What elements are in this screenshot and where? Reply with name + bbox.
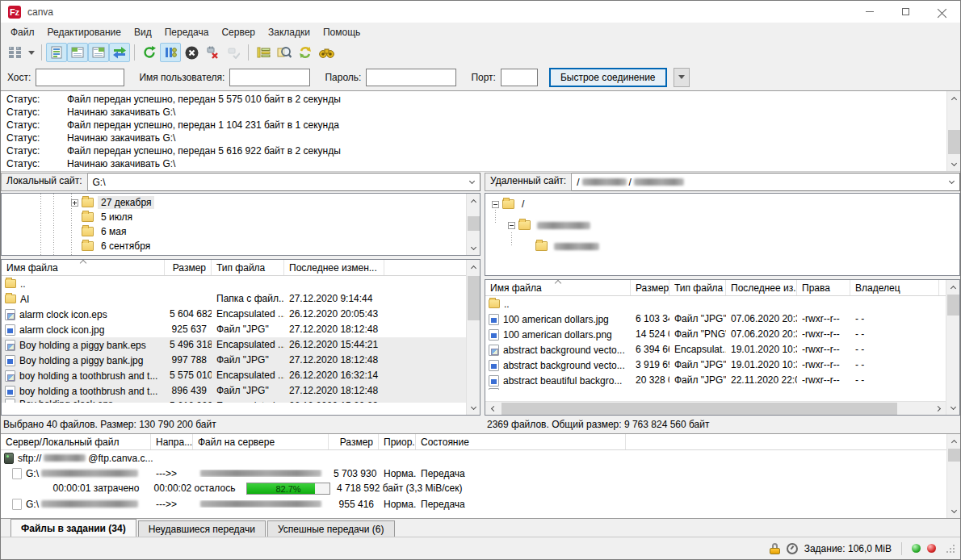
scrollbar-thumb[interactable] xyxy=(948,130,960,154)
site-manager-dropdown[interactable] xyxy=(25,43,37,62)
find-button[interactable] xyxy=(316,43,337,62)
scroll-down-button[interactable] xyxy=(467,241,480,255)
minimize-button[interactable] xyxy=(851,1,888,23)
queue-column-header[interactable]: Состояние xyxy=(416,434,626,449)
refresh-button[interactable] xyxy=(139,43,160,62)
queue-file-row[interactable]: G:\ --->> 955 416 Норма... Передача xyxy=(1,496,960,512)
file-row[interactable]: alarm clock icon.eps 5 604 682 Encapsula… xyxy=(2,307,480,322)
file-row[interactable]: abstract fluid pattern 001.jpg 16 264 32… xyxy=(485,388,959,390)
file-row[interactable]: abstract background vecto... 3 919 695 Ф… xyxy=(485,357,959,373)
column-header[interactable]: Тип файла xyxy=(669,280,726,295)
resize-grip[interactable] xyxy=(946,544,955,554)
scroll-down-button[interactable] xyxy=(947,157,960,171)
queue-file-row[interactable]: G:\ --->> 5 703 930 Норма... Передача xyxy=(1,466,960,481)
queue-tab[interactable]: Файлы в задании (34) xyxy=(10,519,136,537)
local-tree-item[interactable]: 5 июля xyxy=(2,210,480,224)
host-input[interactable] xyxy=(36,69,124,86)
remote-site-combo[interactable]: // xyxy=(572,173,960,191)
queue-server-row[interactable]: sftp://@ftp.canva.c... xyxy=(1,450,960,466)
menu-item[interactable]: Файл xyxy=(4,24,41,40)
remote-tree-item[interactable]: / xyxy=(485,197,959,211)
file-row[interactable]: boy holding a toothbrush and t... 896 43… xyxy=(2,383,480,399)
menu-item[interactable]: Закладки xyxy=(262,24,317,40)
queue-tab[interactable]: Неудавшиеся передачи xyxy=(138,520,266,537)
file-row[interactable]: 100 american dollars.jpg 6 103 346 Файл … xyxy=(485,311,959,327)
filter-button[interactable] xyxy=(253,43,274,62)
port-input[interactable] xyxy=(501,69,538,86)
file-row[interactable]: abstract background vecto... 6 394 662 E… xyxy=(485,342,959,357)
scroll-up-button[interactable] xyxy=(947,91,960,105)
process-queue-button[interactable] xyxy=(160,43,181,62)
column-header[interactable]: Тип файла xyxy=(212,260,284,275)
queue-column-header[interactable]: Файл на сервере xyxy=(193,434,329,449)
column-header[interactable]: Последнее измен... xyxy=(284,260,384,275)
scroll-down-button[interactable] xyxy=(946,401,960,415)
remote-list-hscrollbar[interactable] xyxy=(485,401,946,415)
file-row[interactable]: boy holding a toothbrush and t... 5 575 … xyxy=(2,368,480,383)
file-row[interactable]: Boy holding a piggy bank.jpg 997 788 Фай… xyxy=(2,353,480,368)
scroll-down-button[interactable] xyxy=(947,504,960,518)
local-tree-item[interactable]: 6 сентября xyxy=(2,239,480,253)
reconnect-button[interactable] xyxy=(223,43,244,62)
site-manager-button[interactable] xyxy=(4,43,25,62)
scroll-left-button[interactable] xyxy=(485,402,499,416)
compare-button[interactable] xyxy=(274,43,295,62)
scroll-up-button[interactable] xyxy=(467,194,480,207)
speed-limit-icon[interactable] xyxy=(787,543,798,554)
expander-icon[interactable] xyxy=(508,222,515,229)
queue-scrollbar[interactable] xyxy=(946,434,960,518)
column-header[interactable]: Имя файла xyxy=(2,260,165,275)
close-button[interactable] xyxy=(924,1,960,23)
file-row[interactable]: Boy holding clock.eps 5 616 922 Encapsul… xyxy=(2,399,480,403)
maximize-button[interactable] xyxy=(888,1,924,23)
password-input[interactable] xyxy=(366,69,456,86)
sync-browse-button[interactable] xyxy=(295,43,316,62)
menu-item[interactable]: Помощь xyxy=(317,24,367,40)
column-header[interactable]: Размер xyxy=(631,280,669,295)
local-list-scrollbar[interactable] xyxy=(466,260,480,415)
scrollbar-thumb[interactable] xyxy=(468,216,480,231)
username-input[interactable] xyxy=(229,69,310,86)
local-site-combo[interactable]: G:\ xyxy=(88,173,481,191)
quickconnect-dropdown[interactable] xyxy=(674,68,690,87)
local-tree-item[interactable]: 6 мая xyxy=(2,224,480,239)
expander-icon[interactable] xyxy=(492,201,499,208)
scrollbar-thumb[interactable] xyxy=(947,295,959,316)
queue-column-header[interactable]: Размер xyxy=(329,434,379,449)
file-row[interactable]: .. xyxy=(485,296,959,311)
file-row[interactable]: alarm clock icon.jpg 925 637 Файл "JPG" … xyxy=(2,322,480,337)
quickconnect-button[interactable]: Быстрое соединение xyxy=(549,68,667,87)
file-row[interactable]: 100 american dollars.png 14 524 090 Файл… xyxy=(485,327,959,342)
scrollbar-thumb[interactable] xyxy=(948,449,960,462)
file-row[interactable]: Boy holding a piggy bank.eps 5 496 318 E… xyxy=(2,337,480,353)
toggle-remote-tree-button[interactable] xyxy=(88,43,109,62)
scroll-up-button[interactable] xyxy=(947,434,960,448)
menu-item[interactable]: Вид xyxy=(128,24,158,40)
scrollbar-thumb[interactable] xyxy=(468,276,480,320)
toggle-local-tree-button[interactable] xyxy=(67,43,88,62)
file-row[interactable]: abstract beautiful backgro... 20 328 062… xyxy=(485,373,959,388)
scroll-down-button[interactable] xyxy=(467,401,480,415)
file-row[interactable]: AI Папка с файл... 27.12.2020 9:14:44 xyxy=(2,291,480,307)
scroll-up-button[interactable] xyxy=(946,280,960,294)
scrollbar-thumb[interactable] xyxy=(501,403,897,415)
expander-icon[interactable] xyxy=(71,199,78,207)
column-header[interactable]: Владелец xyxy=(850,280,939,295)
disconnect-button[interactable] xyxy=(202,43,223,62)
queue-column-header[interactable]: Напра... xyxy=(151,434,193,449)
column-header[interactable]: Права xyxy=(797,280,850,295)
queue-column-header[interactable]: Приор... xyxy=(379,434,416,449)
remote-tree-item[interactable] xyxy=(485,239,959,253)
remote-list-scrollbar[interactable] xyxy=(946,280,959,415)
log-scrollbar[interactable] xyxy=(946,91,960,171)
menu-item[interactable]: Передача xyxy=(158,24,216,40)
cancel-button[interactable] xyxy=(181,43,202,62)
toggle-log-button[interactable] xyxy=(46,43,67,62)
file-row[interactable]: .. xyxy=(2,276,480,291)
menu-item[interactable]: Сервер xyxy=(215,24,262,40)
scroll-up-button[interactable] xyxy=(467,260,480,274)
column-header[interactable]: Последнее из... xyxy=(726,280,797,295)
column-header[interactable]: Размер xyxy=(165,260,212,275)
remote-tree-item[interactable] xyxy=(485,218,959,232)
local-tree-item[interactable]: 27 декабря xyxy=(2,195,480,210)
